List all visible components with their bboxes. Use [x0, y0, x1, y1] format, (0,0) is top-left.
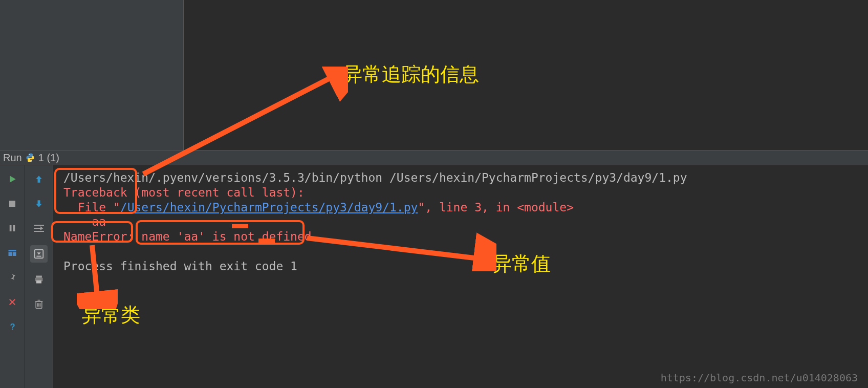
python-icon	[25, 153, 35, 163]
down-button[interactable]	[31, 196, 47, 211]
run-script-name: 1 (1)	[38, 152, 59, 164]
project-sidebar	[0, 0, 183, 150]
layout-button[interactable]	[5, 245, 20, 261]
run-label: Run	[3, 152, 22, 164]
annotation-underline-2	[258, 239, 275, 243]
exit-line: Process finished with exit code 1	[63, 260, 297, 273]
command-line: /Users/hexin/.pyenv/versions/3.5.3/bin/p…	[63, 171, 687, 184]
file-suffix: ", line 3, in <module>	[418, 201, 574, 214]
print-button[interactable]	[31, 272, 47, 287]
svg-rect-4	[13, 225, 15, 231]
run-controls-column: ?	[0, 165, 25, 388]
help-button[interactable]: ?	[5, 319, 20, 334]
run-tool-header[interactable]: Run 1 (1)	[0, 150, 868, 165]
code-line: aa	[63, 215, 106, 228]
svg-point-0	[29, 154, 29, 155]
annotation-underline-1	[232, 224, 248, 228]
console-output[interactable]: /Users/hexin/.pyenv/versions/3.5.3/bin/p…	[53, 165, 868, 388]
pause-button[interactable]	[5, 221, 20, 236]
console-controls-column	[25, 165, 53, 388]
svg-rect-13	[36, 281, 41, 284]
stop-button[interactable]	[5, 196, 20, 211]
run-button[interactable]	[5, 171, 20, 187]
close-button[interactable]	[5, 294, 20, 310]
svg-rect-5	[8, 250, 16, 251]
svg-rect-2	[9, 201, 15, 207]
soft-wrap-button[interactable]	[31, 221, 47, 236]
code-editor[interactable]	[183, 0, 868, 150]
scroll-end-button[interactable]	[30, 245, 48, 263]
svg-text:?: ?	[10, 322, 15, 331]
svg-rect-3	[9, 225, 11, 231]
error-sep: :	[127, 230, 142, 243]
traceback-header: Traceback (most recent call last):	[63, 186, 305, 199]
svg-rect-7	[12, 252, 16, 256]
svg-rect-10	[36, 256, 41, 257]
run-tool-window: ? /Users/hexin/.pyenv/versions/3.5.3/bin…	[0, 165, 868, 388]
watermark: https://blog.csdn.net/u014028063	[661, 372, 858, 384]
file-prefix: File "	[63, 201, 120, 214]
up-button[interactable]	[31, 171, 47, 187]
editor-pane	[0, 0, 868, 150]
pin-button[interactable]	[5, 270, 20, 285]
trash-button[interactable]	[31, 296, 47, 312]
file-link[interactable]: /Users/hexin/PycharmProjects/py3/day9/1.…	[120, 201, 418, 214]
svg-rect-11	[36, 276, 42, 278]
error-message: name 'aa' is not defined	[141, 230, 311, 243]
svg-point-1	[31, 161, 31, 161]
svg-rect-6	[8, 252, 12, 256]
error-name: NameError	[63, 230, 127, 243]
